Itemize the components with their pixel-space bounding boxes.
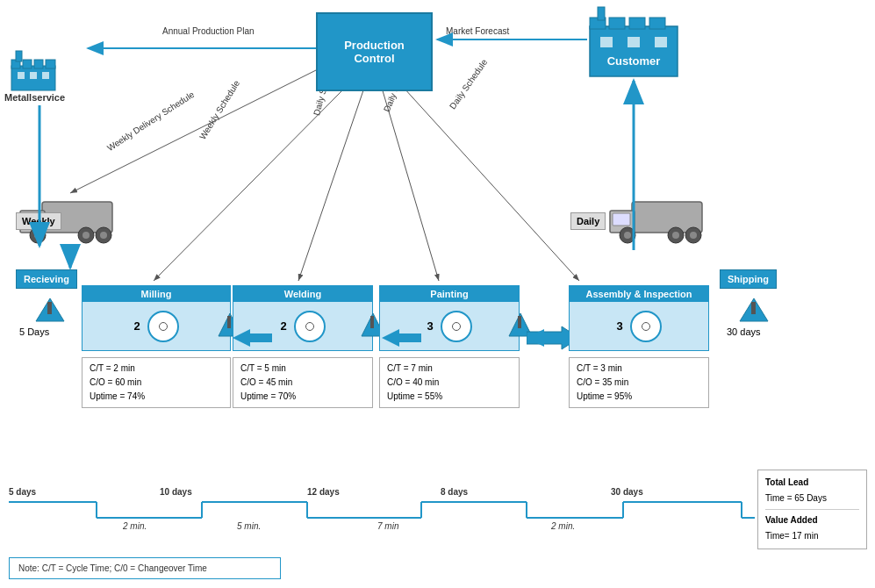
painting-knob bbox=[441, 311, 472, 342]
milling-title: Milling bbox=[82, 286, 230, 302]
svg-rect-79 bbox=[518, 316, 521, 328]
svg-rect-42 bbox=[609, 18, 625, 29]
market-forecast-label: Market Forecast bbox=[446, 26, 509, 36]
svg-rect-61 bbox=[613, 213, 630, 226]
svg-rect-37 bbox=[18, 72, 25, 79]
svg-rect-35 bbox=[46, 60, 55, 68]
weekly-schedule-label: Weekly Schedule bbox=[197, 79, 241, 141]
receiving-days: 5 Days bbox=[19, 326, 49, 337]
receiving-triangle bbox=[35, 297, 66, 325]
assembly-knob bbox=[630, 311, 662, 342]
milling-knob bbox=[147, 311, 179, 342]
painting-title: Painting bbox=[380, 286, 519, 302]
value-added-value: Time= 17 min bbox=[765, 528, 859, 544]
daily-schedule-label-3: Daily Schedule bbox=[448, 57, 489, 111]
svg-point-65 bbox=[672, 232, 679, 239]
daily-truck-area: Daily bbox=[570, 193, 711, 252]
weekly-truck-area: Weekly bbox=[16, 193, 121, 252]
svg-rect-34 bbox=[34, 60, 43, 68]
assembly-info: C/T = 3 min C/O = 35 min Uptime = 95% bbox=[569, 357, 709, 408]
note-box: Note: C/T = Cycle Time; C/0 = Changeover… bbox=[9, 557, 281, 579]
timeline-days-1: 10 days bbox=[160, 487, 192, 497]
welding-title: Welding bbox=[233, 286, 372, 302]
welding-process-box: Welding 2 bbox=[233, 285, 373, 351]
svg-text:Customer: Customer bbox=[607, 54, 661, 68]
timeline-mins-1: 5 min. bbox=[237, 521, 261, 531]
svg-point-54 bbox=[34, 232, 41, 239]
svg-rect-47 bbox=[628, 37, 640, 47]
milling-process-box: Milling 2 bbox=[82, 285, 231, 351]
shipping-triangle bbox=[739, 297, 770, 325]
note-text: Note: C/T = Cycle Time; C/0 = Changeover… bbox=[18, 563, 207, 573]
milling-info: C/T = 2 min C/O = 60 min Uptime = 74% bbox=[82, 357, 231, 408]
welding-knob bbox=[294, 311, 326, 342]
svg-rect-43 bbox=[629, 18, 645, 29]
milling-operators: 2 bbox=[133, 319, 140, 333]
receiving-box: Recieving bbox=[16, 269, 77, 289]
svg-rect-40 bbox=[590, 26, 678, 76]
supplier-label: Metallservice bbox=[4, 92, 65, 103]
painting-info: C/T = 7 min C/O = 40 min Uptime = 55% bbox=[379, 357, 520, 408]
svg-rect-44 bbox=[649, 18, 665, 29]
svg-rect-45 bbox=[598, 7, 605, 20]
timeline-mins-2: 7 min bbox=[377, 521, 398, 531]
supplier-factory-icon bbox=[7, 44, 60, 94]
svg-rect-36 bbox=[16, 51, 22, 61]
daily-label: Daily bbox=[570, 212, 606, 230]
customer-box: Customer bbox=[587, 0, 680, 79]
svg-rect-39 bbox=[42, 72, 49, 79]
svg-rect-76 bbox=[370, 316, 374, 328]
total-lead-label: Total Lead bbox=[765, 475, 859, 491]
weekly-label: Weekly bbox=[16, 212, 61, 230]
svg-point-56 bbox=[82, 232, 90, 239]
painting-operators: 3 bbox=[427, 319, 433, 333]
svg-point-58 bbox=[100, 232, 107, 239]
shipping-days: 30 days bbox=[727, 326, 761, 337]
svg-rect-69 bbox=[47, 302, 52, 314]
svg-rect-73 bbox=[227, 316, 231, 328]
svg-rect-46 bbox=[600, 37, 613, 47]
painting-process-box: Painting 3 bbox=[379, 285, 520, 351]
timeline-days-3: 8 days bbox=[441, 487, 468, 497]
welding-info: C/T = 5 min C/O = 45 min Uptime = 70% bbox=[233, 357, 373, 408]
total-lead-time-box: Total Lead Time = 65 Days Value Added Ti… bbox=[757, 470, 867, 549]
timeline-days-2: 12 days bbox=[307, 487, 340, 497]
total-lead-value: Time = 65 Days bbox=[765, 491, 859, 506]
svg-rect-71 bbox=[751, 302, 756, 314]
weekly-delivery-schedule-label: Weekly Delivery Schedule bbox=[105, 90, 196, 153]
assembly-operators: 3 bbox=[616, 319, 622, 333]
assembly-process-box: Assembly & Inspection 3 bbox=[569, 285, 709, 351]
timeline-days-0: 5 days bbox=[9, 487, 36, 497]
welding-operators: 2 bbox=[280, 319, 286, 333]
svg-rect-38 bbox=[30, 72, 37, 79]
shipping-box: Shipping bbox=[720, 269, 777, 289]
timeline-mins-0: 2 min. bbox=[123, 521, 147, 531]
svg-point-67 bbox=[690, 232, 697, 239]
svg-rect-48 bbox=[655, 37, 667, 47]
svg-point-63 bbox=[624, 232, 631, 239]
production-control-box: Production Control bbox=[316, 12, 433, 91]
svg-rect-33 bbox=[23, 60, 32, 68]
assembly-title: Assembly & Inspection bbox=[570, 286, 708, 302]
timeline-days-4: 30 days bbox=[611, 487, 643, 497]
annual-plan-label: Annual Production Plan bbox=[162, 26, 255, 36]
value-added-label: Value Added bbox=[765, 513, 859, 528]
timeline-mins-3: 2 min. bbox=[551, 521, 575, 531]
